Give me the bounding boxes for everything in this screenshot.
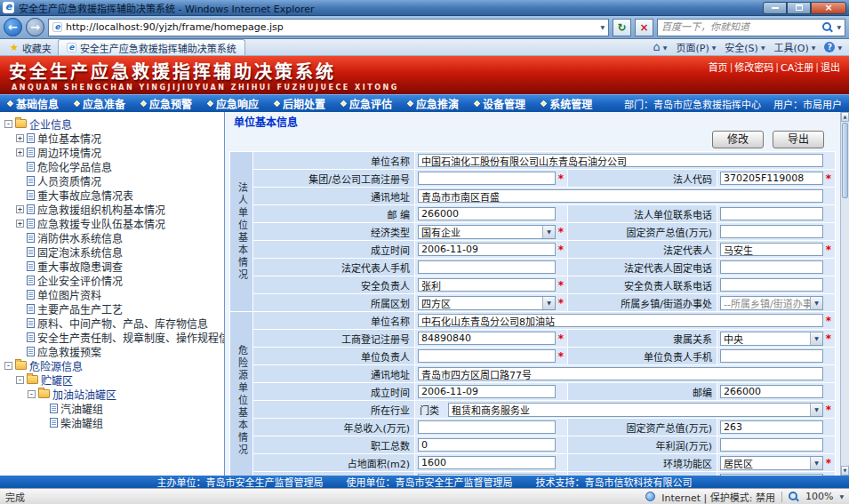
url-history-dropdown-icon[interactable]: ▼ bbox=[600, 24, 605, 30]
text-input[interactable] bbox=[418, 260, 556, 274]
text-input[interactable] bbox=[418, 456, 556, 469]
command-menu-item[interactable]: 安全(S)▼ bbox=[725, 40, 765, 54]
vertical-scrollbar[interactable]: ▲ ▼ bbox=[840, 112, 849, 476]
zoom-icon[interactable] bbox=[789, 492, 799, 502]
tree-expander-icon[interactable]: - bbox=[16, 376, 24, 384]
tree-node[interactable]: 安全生产责任制、规章制度、操作规程信息 bbox=[2, 330, 224, 344]
nav-menu-item[interactable]: 应急响应 bbox=[200, 95, 267, 112]
command-menu-item[interactable]: 工具(O)▼ bbox=[774, 40, 816, 54]
minimize-button[interactable] bbox=[763, 2, 787, 14]
nav-menu-item[interactable]: 应急评估 bbox=[333, 95, 400, 112]
banner-link[interactable]: CA注册 bbox=[781, 60, 813, 74]
text-input[interactable] bbox=[720, 172, 823, 185]
search-input[interactable] bbox=[661, 21, 819, 33]
text-input[interactable] bbox=[418, 420, 556, 434]
browser-tab[interactable]: e 安全生产应急救援指挥辅助决策系统 bbox=[58, 39, 245, 55]
tree-expander-icon[interactable]: + bbox=[16, 220, 24, 228]
text-input[interactable] bbox=[418, 154, 823, 167]
select-arrow-icon[interactable]: ▼ bbox=[542, 226, 555, 238]
tree-node[interactable]: +应急救援专业队伍基本情况 bbox=[2, 216, 224, 230]
tree-node[interactable]: +单位基本情况 bbox=[2, 131, 224, 145]
tree-node[interactable]: -企业信息 bbox=[2, 116, 224, 131]
select-arrow-icon[interactable]: ▼ bbox=[810, 332, 822, 345]
stop-button[interactable]: × bbox=[635, 19, 653, 36]
tree-node[interactable]: 原料、中间产物、产品、库存物信息 bbox=[2, 316, 224, 330]
tree-node[interactable]: 柴油罐组 bbox=[2, 415, 224, 429]
text-input[interactable] bbox=[418, 332, 556, 345]
back-button[interactable]: ← bbox=[4, 18, 22, 36]
tree-node[interactable]: +周边环境情况 bbox=[2, 145, 224, 159]
tree-node[interactable]: 汽油罐组 bbox=[2, 401, 224, 415]
text-input[interactable] bbox=[418, 243, 556, 256]
text-input[interactable] bbox=[720, 207, 823, 220]
tree-expander-icon[interactable]: + bbox=[16, 134, 24, 142]
text-input[interactable] bbox=[720, 349, 823, 363]
search-icon[interactable] bbox=[822, 22, 833, 33]
scroll-down-icon[interactable]: ▼ bbox=[841, 466, 849, 476]
nav-menu-item[interactable]: 基础信息 bbox=[0, 95, 67, 112]
select-input[interactable]: --所属乡镇/街道办事处--▼ bbox=[720, 296, 823, 310]
refresh-button[interactable]: ↻ bbox=[613, 19, 631, 36]
url-field[interactable]: e http://localhost:90/yjzh/frame/homepag… bbox=[48, 19, 609, 36]
select-arrow-icon[interactable]: ▼ bbox=[810, 297, 822, 309]
text-input[interactable] bbox=[418, 349, 556, 363]
text-input[interactable] bbox=[720, 225, 823, 238]
scrollbar-thumb[interactable] bbox=[842, 123, 848, 198]
text-input[interactable] bbox=[418, 189, 823, 203]
search-dropdown-icon[interactable]: ▼ bbox=[837, 24, 841, 30]
text-input[interactable] bbox=[418, 207, 556, 220]
select-input[interactable]: 中央▼ bbox=[720, 332, 823, 346]
tree-node[interactable]: 固定泡沫系统信息 bbox=[2, 244, 224, 259]
nav-menu-item[interactable]: 设备管理 bbox=[467, 95, 533, 112]
tree-expander-icon[interactable]: - bbox=[4, 362, 12, 370]
tree-node[interactable]: 主要产品生产工艺 bbox=[2, 301, 224, 316]
scroll-up-icon[interactable]: ▲ bbox=[841, 112, 849, 122]
tree-expander-icon[interactable]: + bbox=[16, 205, 24, 213]
modify-button[interactable]: 修改 bbox=[712, 131, 764, 148]
tree-node[interactable]: 危险化学品信息 bbox=[2, 159, 224, 173]
zoom-dropdown-icon[interactable]: ▼ bbox=[839, 493, 844, 500]
scrollbar-track[interactable] bbox=[841, 199, 849, 466]
text-input[interactable] bbox=[720, 243, 823, 256]
tree-expander-icon[interactable]: - bbox=[28, 390, 36, 398]
nav-menu-item[interactable]: 后期处置 bbox=[267, 95, 333, 112]
nav-menu-item[interactable]: 应急准备 bbox=[67, 95, 133, 112]
help-button[interactable]: ? ▼ bbox=[824, 42, 842, 52]
text-input[interactable] bbox=[418, 314, 823, 327]
select-arrow-icon[interactable]: ▼ bbox=[810, 457, 822, 469]
tree-node[interactable]: -贮罐区 bbox=[2, 372, 224, 387]
text-input[interactable] bbox=[720, 260, 823, 274]
favorites-button[interactable]: ★ 收藏夹 bbox=[4, 40, 58, 55]
text-input[interactable] bbox=[418, 172, 556, 185]
tree-node[interactable]: 消防供水系统信息 bbox=[2, 230, 224, 244]
text-input[interactable] bbox=[720, 438, 823, 452]
tree-node[interactable]: 企业安全评价情况 bbox=[2, 273, 224, 287]
text-input[interactable] bbox=[418, 438, 556, 452]
tree-node[interactable]: 重大事故隐患调查 bbox=[2, 259, 224, 273]
tree-node[interactable]: 重大事故应急情况表 bbox=[2, 188, 224, 202]
tree-node[interactable]: 应急救援预案 bbox=[2, 344, 224, 358]
tree-node[interactable]: 人员资质情况 bbox=[2, 173, 224, 188]
banner-link[interactable]: 首页 bbox=[709, 60, 728, 74]
maximize-button[interactable] bbox=[787, 2, 811, 14]
banner-link[interactable]: 修改密码 bbox=[734, 60, 773, 74]
nav-menu-item[interactable]: 应急预警 bbox=[133, 95, 200, 112]
forward-button[interactable]: → bbox=[26, 18, 44, 36]
banner-link[interactable]: 退出 bbox=[821, 60, 840, 74]
select-input[interactable]: 国有企业▼ bbox=[418, 225, 556, 239]
text-input[interactable] bbox=[720, 420, 823, 434]
select-input[interactable]: 四方区▼ bbox=[418, 296, 556, 310]
export-button[interactable]: 导出 bbox=[773, 131, 824, 148]
select-arrow-icon[interactable]: ▼ bbox=[542, 297, 555, 309]
nav-menu-item[interactable]: 应急推演 bbox=[400, 95, 467, 112]
text-input[interactable] bbox=[418, 367, 823, 380]
text-input[interactable] bbox=[418, 278, 556, 292]
select-arrow-icon[interactable]: ▼ bbox=[810, 404, 822, 416]
tree-expander-icon[interactable]: + bbox=[16, 148, 24, 156]
select-input[interactable]: 租赁和商务服务业▼ bbox=[448, 403, 823, 417]
command-menu-item[interactable]: 页面(P)▼ bbox=[676, 40, 716, 54]
home-button[interactable]: ⌂ ▼ bbox=[653, 42, 668, 52]
tree-node[interactable]: 单位图片资料 bbox=[2, 287, 224, 301]
tree-node[interactable]: +应急救援组织机构基本情况 bbox=[2, 202, 224, 216]
text-input[interactable] bbox=[720, 385, 823, 398]
